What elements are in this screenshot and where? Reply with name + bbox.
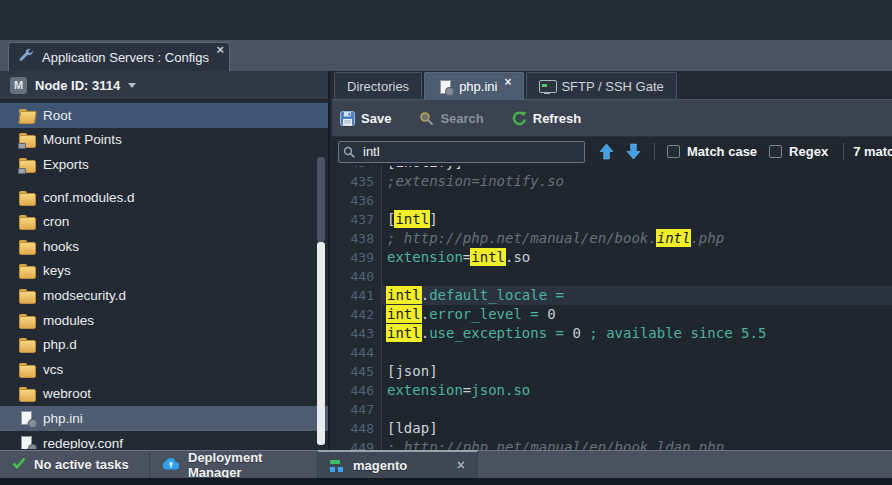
regex-label: Regex — [789, 144, 828, 159]
cloud-icon — [162, 457, 180, 473]
code-line-439[interactable]: 439extension=intl.so — [332, 248, 892, 267]
tree-item-hooks[interactable]: hooks — [0, 234, 328, 259]
code-line-442[interactable]: 442intl.error_level = 0 — [332, 305, 892, 324]
find-bar: Match case Regex 7 matches — [332, 137, 892, 166]
tree-item-label: webroot — [43, 386, 91, 401]
window-tab-close-icon[interactable]: × — [216, 43, 224, 57]
match-count-label: 7 matches — [853, 144, 892, 159]
tree-item-modsecurity-d[interactable]: modsecurity.d — [0, 283, 328, 308]
tree-item-keys[interactable]: keys — [0, 259, 328, 284]
refresh-button[interactable]: Refresh — [512, 111, 581, 126]
tree-item-conf-modules-d[interactable]: conf.modules.d — [0, 185, 328, 210]
tree-item-cron[interactable]: cron — [0, 209, 328, 234]
node-type-badge: M — [10, 77, 27, 94]
tree-item-mount-points[interactable]: Mount Points — [0, 128, 328, 153]
code-token: = — [547, 325, 572, 341]
code-token: [inotify] — [387, 166, 463, 170]
search-match-highlight: intl — [657, 230, 691, 246]
node-id-label: Node ID: 3114 — [35, 78, 120, 93]
folder-icon — [18, 263, 36, 278]
match-case-label: Match case — [687, 144, 757, 159]
find-input[interactable] — [338, 141, 585, 163]
code-line-436[interactable]: 436 — [332, 191, 892, 210]
folder-export-badge-icon — [18, 168, 26, 174]
tree-item-php-ini[interactable]: php.ini — [0, 406, 328, 431]
code-line-435[interactable]: 435;extension=inotify.so — [332, 172, 892, 191]
deployment-manager-button[interactable]: Deployment Manager — [150, 451, 318, 478]
tree-item-php-d[interactable]: php.d — [0, 332, 328, 357]
toolbar-button-label: Search — [440, 111, 483, 126]
line-number: 439 — [332, 248, 381, 267]
code-line-438[interactable]: 438; http://php.net/manual/en/book.intl.… — [332, 229, 892, 248]
file-tree: RootMount PointsExportsconf.modules.dcro… — [0, 100, 328, 449]
code-text — [381, 400, 892, 419]
line-number: 448 — [332, 419, 381, 438]
find-bar-separator-2 — [843, 143, 844, 160]
editor-tab-close-icon[interactable]: × — [504, 75, 511, 89]
environment-tab-close-icon[interactable]: × — [457, 457, 465, 473]
line-number: 440 — [332, 267, 381, 286]
previous-match-button[interactable] — [599, 143, 614, 160]
tasks-status-label: No active tasks — [34, 457, 129, 472]
folder-icon — [18, 239, 36, 254]
tree-scrollbar-track — [316, 100, 325, 449]
code-token: ;extension=inotify.so — [387, 173, 564, 189]
code-line-441[interactable]: 441intl.default_locale = — [332, 286, 892, 305]
code-text: ; http://php.net/manual/en/book.intl.php — [381, 229, 892, 248]
code-token: = — [522, 306, 547, 322]
code-token: .php — [690, 230, 724, 246]
environment-icon — [330, 459, 345, 472]
tree-item-modules[interactable]: modules — [0, 308, 328, 333]
code-line-449[interactable]: 449; http://php.net/manual/en/book.ldap.… — [332, 438, 892, 450]
code-line-440[interactable]: 440 — [332, 267, 892, 286]
tree-item-label: redeploy.conf — [43, 436, 123, 449]
code-token: extension — [387, 382, 463, 398]
code-text: ;extension=inotify.so — [381, 172, 892, 191]
tree-scrollbar-upper-segment[interactable] — [317, 157, 325, 242]
code-line-443[interactable]: 443intl.use_exceptions = 0 ; available s… — [332, 324, 892, 343]
search-button: Search — [419, 111, 483, 126]
bottom-strip — [0, 478, 892, 485]
tab-sftp-ssh-gate[interactable]: SFTP / SSH Gate — [526, 72, 676, 99]
line-number: 446 — [332, 381, 381, 400]
code-text — [381, 343, 892, 362]
match-case-checkbox[interactable] — [667, 145, 680, 158]
line-number: 444 — [332, 343, 381, 362]
code-line-444[interactable]: 444 — [332, 343, 892, 362]
code-line-448[interactable]: 448[ldap] — [332, 419, 892, 438]
code-token: ; http://php.net/manual/en/book. — [387, 230, 657, 246]
tree-item-webroot[interactable]: webroot — [0, 382, 328, 407]
tree-scrollbar-thumb[interactable] — [317, 242, 325, 445]
tree-item-root[interactable]: Root — [0, 103, 328, 128]
tab-application-servers-configs[interactable]: Application Servers : Configs × — [8, 42, 230, 71]
search-match-highlight: intl — [471, 249, 505, 265]
tasks-status[interactable]: No active tasks — [0, 451, 150, 478]
code-text: ; http://php.net/manual/en/book.ldap.php — [381, 438, 892, 450]
code-line-437[interactable]: 437[intl] — [332, 210, 892, 229]
code-token: [json] — [387, 363, 438, 379]
tab-directories[interactable]: Directories — [334, 72, 422, 99]
code-line-445[interactable]: 445[json] — [332, 362, 892, 381]
chevron-down-icon — [128, 83, 136, 88]
line-number: 436 — [332, 191, 381, 210]
folder-icon — [18, 214, 36, 229]
code-token: 0 — [547, 306, 555, 322]
next-match-button[interactable] — [626, 143, 641, 160]
search-match-highlight: intl — [395, 211, 429, 227]
save-icon — [340, 111, 355, 126]
tree-item-vcs[interactable]: vcs — [0, 357, 328, 382]
regex-checkbox[interactable] — [769, 145, 782, 158]
tree-item-redeploy-conf[interactable]: redeploy.conf — [0, 431, 328, 449]
code-text: intl.error_level = 0 — [381, 305, 892, 324]
tab-php-ini[interactable]: php.ini× — [424, 72, 524, 100]
tree-item-exports[interactable]: Exports — [0, 152, 328, 177]
code-line-446[interactable]: 446extension=json.so — [332, 381, 892, 400]
node-sidebar: M Node ID: 3114 RootMount PointsExportsc… — [0, 71, 330, 450]
top-bar — [0, 0, 892, 40]
node-selector[interactable]: M Node ID: 3114 — [0, 71, 328, 100]
app-window: Application Servers : Configs × M Node I… — [0, 0, 892, 485]
search-match-highlight: intl — [387, 287, 421, 303]
save-button[interactable]: Save — [340, 111, 391, 126]
code-line-447[interactable]: 447 — [332, 400, 892, 419]
environment-tab-magento[interactable]: magento × — [318, 450, 478, 478]
